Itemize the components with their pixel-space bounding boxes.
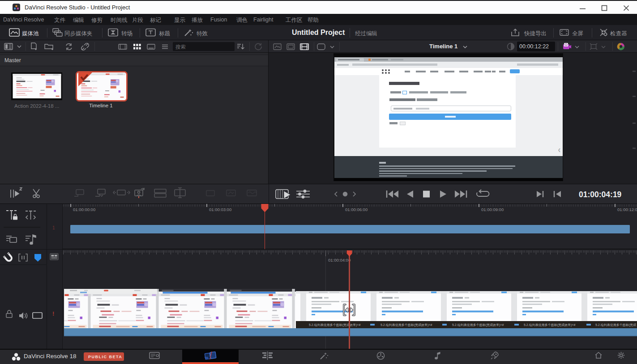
svg-text:01:00:04:19: 01:00:04:19 bbox=[579, 190, 622, 199]
